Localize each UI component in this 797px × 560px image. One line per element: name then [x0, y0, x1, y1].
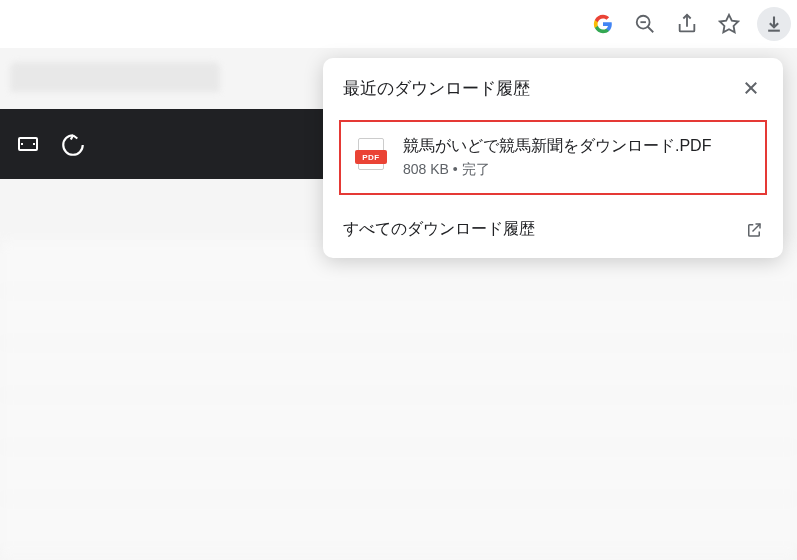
- zoom-out-icon[interactable]: [631, 10, 659, 38]
- share-icon[interactable]: [673, 10, 701, 38]
- browser-toolbar: [0, 0, 797, 48]
- svg-line-1: [648, 27, 654, 33]
- google-icon[interactable]: [589, 10, 617, 38]
- svg-marker-3: [720, 15, 738, 32]
- background-content: [0, 240, 797, 560]
- footer-text: すべてのダウンロード履歴: [343, 219, 535, 240]
- downloads-popup: 最近のダウンロード履歴 PDF 競馬がいどで競馬新聞をダウンロード.PDF 80…: [323, 58, 783, 258]
- fit-width-icon[interactable]: [16, 132, 40, 156]
- popup-header: 最近のダウンロード履歴: [323, 58, 783, 114]
- close-icon[interactable]: [737, 74, 765, 102]
- downloads-button[interactable]: [757, 7, 791, 41]
- download-item[interactable]: PDF 競馬がいどで競馬新聞をダウンロード.PDF 808 KB • 完了: [339, 120, 767, 195]
- file-name: 競馬がいどで競馬新聞をダウンロード.PDF: [403, 136, 751, 157]
- all-downloads-link[interactable]: すべてのダウンロード履歴: [323, 205, 783, 258]
- pdf-viewer-toolbar: [0, 109, 330, 179]
- popup-title: 最近のダウンロード履歴: [343, 77, 530, 100]
- download-info: 競馬がいどで競馬新聞をダウンロード.PDF 808 KB • 完了: [403, 136, 751, 179]
- file-status: 808 KB • 完了: [403, 161, 751, 179]
- external-link-icon: [745, 221, 763, 239]
- rotate-icon[interactable]: [60, 132, 84, 156]
- star-icon[interactable]: [715, 10, 743, 38]
- pdf-file-icon: PDF: [355, 138, 387, 174]
- browser-tab: [10, 62, 220, 92]
